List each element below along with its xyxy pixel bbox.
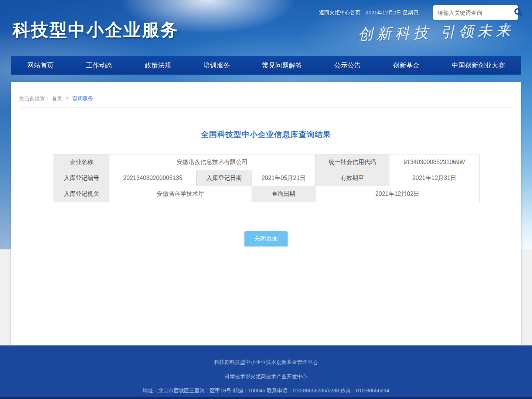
breadcrumb-separator: > — [66, 95, 69, 101]
table-row: 入库登记机关 安徽省科学技术厅 查询日期 2021年12月02日 — [54, 186, 480, 202]
current-date: 2021年12月2日 星期四 — [366, 10, 418, 16]
query-date-value: 2021年12月02日 — [316, 186, 480, 202]
credit-code-label: 统一社会信用代码 — [316, 154, 389, 170]
reg-authority-label: 入库登记机关 — [54, 186, 109, 202]
footer: 科技部科技型中小企业技术创新基金管理中心 科学技术部火炬高技术产业开发中心 地址… — [0, 345, 532, 399]
company-info-table: 企业名称 安徽塔孜信息技术有限公司 统一社会信用代码 9134030008523… — [54, 154, 480, 202]
credit-code-value: 91340300085231069W — [389, 154, 480, 170]
page: 返回火炬中心首页2021年12月2日 星期四 科技型中小企业服务 创新科技 引领… — [0, 0, 532, 399]
nav-item-faq[interactable]: 常见问题解答 — [257, 56, 307, 75]
table-row: 入库登记编号 202134030200005135 入库登记日期 2021年05… — [54, 170, 480, 186]
valid-until-label: 有效期至 — [316, 170, 389, 186]
footer-org-line-2: 科学技术部火炬高技术产业开发中心 — [0, 365, 532, 379]
nav-item-training[interactable]: 培训服务 — [198, 56, 235, 75]
query-date-label: 查询日期 — [252, 186, 316, 202]
reg-no-value: 202134030200005135 — [109, 170, 197, 186]
search-box — [433, 5, 518, 20]
table-row: 企业名称 安徽塔孜信息技术有限公司 统一社会信用代码 9134030008523… — [54, 154, 480, 170]
torch-center-home-link[interactable]: 返回火炬中心首页 — [319, 10, 361, 16]
breadcrumb-label: 您当前位置： — [19, 95, 50, 101]
valid-until-value: 2021年12月31日 — [389, 170, 480, 186]
close-page-button[interactable]: 关闭页面 — [245, 231, 288, 246]
site-title: 科技型中小企业服务 — [13, 18, 179, 42]
company-name-value: 安徽塔孜信息技术有限公司 — [109, 154, 316, 170]
main-nav: 网站首页 工作动态 政策法规 培训服务 常见问题解答 公示公告 创新基金 中国创… — [11, 56, 521, 75]
nav-item-policies[interactable]: 政策法规 — [140, 56, 177, 75]
page-title: 全国科技型中小企业信息库查询结果 — [11, 129, 521, 140]
nav-item-home[interactable]: 网站首页 — [22, 56, 59, 75]
company-name-label: 企业名称 — [54, 154, 109, 170]
reg-date-value: 2021年05月21日 — [252, 170, 316, 186]
nav-item-innovation-fund[interactable]: 创新基金 — [388, 56, 425, 75]
reg-date-label: 入库登记日期 — [197, 170, 252, 186]
breadcrumb-divider — [19, 107, 513, 108]
nav-item-competition[interactable]: 中国创新创业大赛 — [447, 56, 510, 75]
footer-address-line: 地址：北京市西城区三里河二区甲18号 邮编：100045 联系电话：010-88… — [0, 379, 532, 393]
reg-no-label: 入库登记编号 — [54, 170, 109, 186]
footer-bottom-strip — [0, 397, 532, 399]
search-icon — [514, 7, 523, 18]
search-input[interactable] — [433, 5, 514, 20]
footer-org-line-1: 科技部科技型中小企业技术创新基金管理中心 — [0, 345, 532, 365]
breadcrumb-home-link[interactable]: 首页 — [52, 95, 62, 101]
slogan-text: 创新科技 引领未来 — [358, 20, 515, 44]
search-button[interactable] — [514, 5, 523, 20]
nav-item-work-news[interactable]: 工作动态 — [81, 56, 118, 75]
content-panel: 您当前位置： 首页 > 查询服务 全国科技型中小企业信息库查询结果 企业名称 安… — [11, 82, 521, 345]
topbar-links: 返回火炬中心首页2021年12月2日 星期四 — [319, 10, 418, 16]
reg-authority-value: 安徽省科学技术厅 — [109, 186, 252, 202]
breadcrumb-current-link[interactable]: 查询服务 — [72, 95, 93, 101]
breadcrumb: 您当前位置： 首页 > 查询服务 — [19, 95, 93, 102]
nav-item-announcements[interactable]: 公示公告 — [329, 56, 366, 75]
